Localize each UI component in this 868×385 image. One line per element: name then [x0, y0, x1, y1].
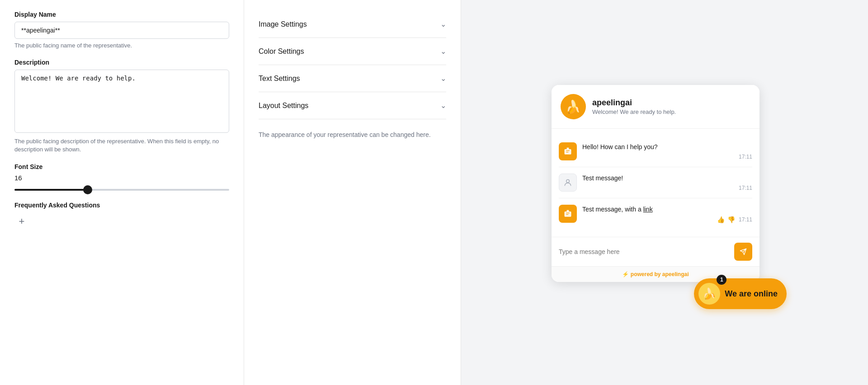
user-icon	[559, 174, 577, 192]
send-button[interactable]	[734, 243, 752, 261]
chat-agent-name: apeelingai	[592, 98, 676, 108]
badge-count: 1	[717, 275, 726, 285]
display-name-hint: The public facing name of the representa…	[14, 42, 229, 50]
chat-messages: Hello! How can I help you? 17:11	[552, 129, 760, 237]
message-content: Test message, with a link 👍 👎 17:11	[582, 205, 752, 223]
svg-rect-0	[565, 149, 571, 155]
accordion-layout-header[interactable]: Layout Settings ⌄	[259, 92, 446, 119]
message-time: 17:11	[739, 185, 752, 191]
font-size-slider-wrapper	[14, 184, 229, 192]
font-size-value: 16	[14, 174, 229, 182]
message-meta: 👍 👎 17:11	[582, 216, 752, 223]
agent-icon	[559, 205, 577, 223]
chevron-down-icon: ⌄	[440, 74, 446, 83]
chevron-down-icon: ⌄	[440, 20, 446, 28]
accordion-color-header[interactable]: Color Settings ⌄	[259, 38, 446, 65]
message-text: Test message, with a link	[582, 205, 752, 214]
accordion-text-settings: Text Settings ⌄	[259, 65, 446, 92]
message-meta: 17:11	[582, 154, 752, 160]
footer-brand: apeelingai	[662, 271, 689, 277]
message-text: Test message!	[582, 174, 752, 183]
description-hint: The public facing description of the rep…	[14, 137, 229, 154]
description-input[interactable]: Welcome! We are ready to help.	[14, 70, 229, 133]
online-badge-avatar: 🍌	[698, 283, 720, 305]
svg-rect-3	[565, 211, 571, 217]
avatar-emoji: 🍌	[566, 99, 581, 114]
svg-rect-1	[567, 148, 569, 149]
middle-panel: Image Settings ⌄ Color Settings ⌄ Text S…	[244, 0, 461, 385]
chat-input-area	[552, 237, 760, 266]
accordion-layout-title: Layout Settings	[259, 102, 308, 110]
appearance-hint: The appearance of your representative ca…	[259, 130, 446, 140]
font-size-group: Font Size 16	[14, 163, 229, 192]
chat-input[interactable]	[559, 248, 730, 255]
chevron-down-icon: ⌄	[440, 101, 446, 110]
accordion-image-title: Image Settings	[259, 20, 307, 28]
accordion-list: Image Settings ⌄ Color Settings ⌄ Text S…	[259, 11, 446, 119]
accordion-layout-settings: Layout Settings ⌄	[259, 92, 446, 119]
chat-widget: 🍌 apeelingai Welcome! We are ready to he…	[552, 85, 760, 282]
display-name-group: Display Name The public facing name of t…	[14, 11, 229, 50]
message-meta: 17:11	[582, 185, 752, 191]
display-name-label: Display Name	[14, 11, 229, 18]
accordion-image-header[interactable]: Image Settings ⌄	[259, 11, 446, 38]
accordion-image-settings: Image Settings ⌄	[259, 11, 446, 38]
display-name-input[interactable]	[14, 22, 229, 39]
thumbs-down-button[interactable]: 👎	[727, 216, 735, 223]
message-time: 17:11	[739, 216, 752, 223]
chevron-down-icon: ⌄	[440, 47, 446, 56]
description-label: Description	[14, 59, 229, 66]
description-group: Description Welcome! We are ready to hel…	[14, 59, 229, 154]
chat-header: 🍌 apeelingai Welcome! We are ready to he…	[552, 85, 760, 129]
accordion-text-title: Text Settings	[259, 75, 300, 83]
message-actions: 👍 👎	[717, 216, 735, 223]
accordion-color-settings: Color Settings ⌄	[259, 38, 446, 65]
accordion-color-title: Color Settings	[259, 47, 304, 56]
svg-rect-4	[567, 210, 569, 211]
message-time: 17:11	[739, 154, 752, 160]
chat-agent-subtitle: Welcome! We are ready to help.	[592, 108, 676, 115]
online-badge-text: We are online	[725, 289, 778, 299]
font-size-label: Font Size	[14, 163, 229, 170]
left-panel: Display Name The public facing name of t…	[0, 0, 244, 385]
thumbs-up-button[interactable]: 👍	[717, 216, 725, 223]
message-text: Hello! How can I help you?	[582, 142, 752, 152]
message-link[interactable]: link	[643, 206, 653, 213]
chat-agent-info: apeelingai Welcome! We are ready to help…	[592, 98, 676, 115]
add-faq-button[interactable]: +	[14, 214, 29, 229]
agent-icon	[559, 142, 577, 160]
avatar: 🍌	[561, 94, 586, 119]
message-content: Hello! How can I help you? 17:11	[582, 142, 752, 160]
faq-group: Frequently Asked Questions +	[14, 202, 229, 229]
right-panel: 🍌 apeelingai Welcome! We are ready to he…	[461, 0, 868, 385]
message-row: Hello! How can I help you? 17:11	[559, 136, 752, 167]
online-badge[interactable]: 1 🍌 We are online	[694, 278, 787, 309]
font-size-slider[interactable]	[14, 189, 229, 191]
message-content: Test message! 17:11	[582, 174, 752, 191]
faq-label: Frequently Asked Questions	[14, 202, 229, 209]
svg-point-2	[566, 179, 570, 183]
message-row: Test message, with a link 👍 👎 17:11	[559, 198, 752, 230]
message-row: Test message! 17:11	[559, 167, 752, 198]
accordion-text-header[interactable]: Text Settings ⌄	[259, 65, 446, 92]
footer-powered-text: ⚡ powered by	[622, 271, 662, 277]
